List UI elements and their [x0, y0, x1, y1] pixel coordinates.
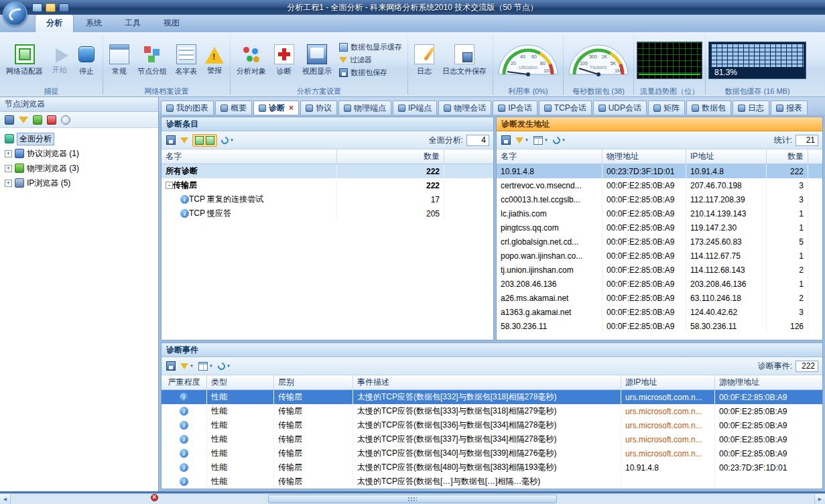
address-row[interactable]: a26.ms.akamai.net 00:0F:E2:85:0B:A9 63.1…	[497, 291, 822, 305]
view-tab[interactable]: 概要 ×	[215, 101, 252, 115]
general-button[interactable]: 常规	[106, 42, 133, 79]
filter-button[interactable]: 过滤器	[339, 55, 402, 65]
columns-button[interactable]	[198, 361, 214, 371]
network-adapter-button[interactable]: 网络适配器	[3, 42, 46, 79]
address-row[interactable]: a1363.g.akamai.net 00:0F:E2:85:0B:A9 124…	[497, 305, 822, 319]
column-name[interactable]: 名字	[497, 149, 602, 164]
tree-item[interactable]: 全面分析	[0, 131, 158, 146]
view-tab[interactable]: 我的图表 ×	[161, 101, 214, 115]
view-tab[interactable]: 矩阵 ×	[648, 101, 685, 115]
scroll-right-arrow[interactable]: ▶	[814, 494, 825, 504]
view-tab[interactable]: 协议 ×	[300, 101, 337, 115]
filter-button[interactable]	[515, 137, 529, 144]
view-tab[interactable]: UDP会话 ×	[593, 101, 647, 115]
alarm-button[interactable]: 警报	[202, 42, 227, 78]
address-row[interactable]: lc.jiathis.com 00:0F:E2:85:0B:A9 210.14.…	[497, 206, 822, 220]
view-display-button[interactable]: 视图显示	[299, 42, 335, 79]
address-row[interactable]: 58.30.236.11 00:0F:E2:85:0B:A9 58.30.236…	[497, 319, 822, 333]
tree-item[interactable]: + IP浏览器 (5)	[0, 176, 158, 190]
log-file-save-button[interactable]: 日志文件保存	[439, 42, 490, 79]
save-project-icon[interactable]	[59, 3, 69, 12]
view-tab[interactable]: IP会话 ×	[493, 101, 537, 115]
ribbon-tab[interactable]: 视图	[153, 15, 190, 32]
refresh-button[interactable]	[220, 136, 235, 145]
filter-button[interactable]	[180, 363, 194, 370]
event-row[interactable]: 性能 传输层 太慢的TCP应答(数据包[340]与数据包[339]相隔276毫秒…	[162, 446, 822, 460]
diagnosis-item-row[interactable]: TCP 慢应答 205	[162, 206, 493, 220]
event-row[interactable]: 性能 传输层 太慢的TCP应答(数据包[336]与数据包[334]相隔278毫秒…	[162, 418, 822, 432]
filter-button[interactable]	[180, 137, 189, 144]
add-node-icon[interactable]	[33, 115, 42, 125]
search-icon[interactable]	[61, 115, 70, 125]
column-mac[interactable]: 物理地址	[602, 149, 686, 164]
column-ip[interactable]: IP地址	[686, 149, 767, 164]
log-button[interactable]: 日志	[411, 42, 438, 79]
column-count[interactable]: 数量	[767, 149, 808, 164]
column-count[interactable]: 数量	[337, 149, 444, 164]
save-icon[interactable]	[5, 115, 14, 125]
column-name[interactable]: 名字	[162, 149, 337, 164]
horizontal-scrollbar[interactable]: ◀ ▶	[0, 493, 825, 504]
packet-display-buffer-button[interactable]: 数据包显示缓存	[339, 42, 402, 52]
address-row[interactable]: pingtcss.qq.com 00:0F:E2:85:0B:A9 119.14…	[497, 220, 822, 235]
delete-node-icon[interactable]	[47, 115, 56, 125]
diagnosis-item-row[interactable]: TCP 重复的连接尝试 17	[162, 192, 493, 206]
scrollbar-thumb[interactable]	[268, 495, 558, 503]
tree-item[interactable]: + 协议浏览器 (1)	[0, 146, 158, 161]
column-layer[interactable]: 层别	[274, 375, 353, 389]
view-tab[interactable]: 物理端点 ×	[338, 101, 391, 115]
ribbon-tab[interactable]: 系统	[75, 15, 113, 32]
view-tab[interactable]: 物理会话 ×	[438, 101, 491, 115]
refresh-button[interactable]	[552, 136, 566, 145]
ribbon-tab[interactable]: 分析	[35, 14, 74, 32]
event-row[interactable]: 性能 传输层 太慢的TCP应答(数据包[…]与数据包[…]相隔…毫秒)	[162, 475, 822, 489]
start-button[interactable]: 开始	[48, 43, 72, 78]
address-row[interactable]: 10.91.4.8 00:23:7D:3F:1D:01 10.91.4.8 22…	[497, 164, 822, 178]
traffic-trend-chart[interactable]	[637, 42, 702, 79]
save-button[interactable]	[166, 135, 176, 145]
address-row[interactable]: crl.globalsign.net.cd... 00:0F:E2:85:0B:…	[497, 235, 822, 249]
event-row[interactable]: 性能 传输层 太慢的TCP应答(数据包[480]与数据包[383]相隔193毫秒…	[162, 460, 822, 475]
tree-expander-icon[interactable]: +	[5, 180, 12, 187]
stop-button[interactable]: 停止	[73, 42, 100, 79]
address-row[interactable]: certrevoc.vo.msecnd... 00:0F:E2:85:0B:A9…	[497, 178, 822, 192]
columns-button[interactable]	[533, 135, 549, 145]
save-button[interactable]	[501, 135, 511, 145]
ribbon-tab[interactable]: 工具	[114, 15, 151, 32]
address-row[interactable]: 203.208.46.136 00:0F:E2:85:0B:A9 203.208…	[497, 277, 822, 291]
column-type[interactable]: 类型	[207, 375, 274, 389]
app-logo[interactable]	[3, 1, 27, 26]
diagnosis-button[interactable]: 诊断	[271, 42, 298, 79]
open-project-icon[interactable]	[46, 3, 56, 12]
view-tab[interactable]: 报表 ×	[771, 101, 808, 115]
column-source-ip[interactable]: 源IP地址	[621, 375, 715, 389]
column-description[interactable]: 事件描述	[353, 375, 621, 389]
view-tab[interactable]: IP端点 ×	[393, 101, 437, 115]
node-group-button[interactable]: 节点分组	[134, 42, 170, 79]
view-tab[interactable]: 数据包 ×	[686, 101, 731, 115]
row-expander-icon[interactable]: -	[166, 182, 173, 189]
filter-icon[interactable]	[19, 117, 28, 123]
packet-buffer-meter[interactable]: 81.3%	[708, 42, 806, 79]
tree-expander-icon[interactable]: +	[5, 150, 12, 158]
name-table-button[interactable]: 名字表	[172, 42, 200, 79]
column-source-mac[interactable]: 源物理地址	[715, 375, 822, 389]
column-severity[interactable]: 严重程度	[162, 375, 207, 389]
system-menu-icon[interactable]	[32, 3, 42, 12]
view-tab[interactable]: 日志 ×	[733, 101, 769, 115]
address-row[interactable]: tj.union.ijinshan.com 00:0F:E2:85:0B:A9 …	[497, 263, 822, 277]
address-row[interactable]: cc00013.h.tel.ccgslb... 00:0F:E2:85:0B:A…	[497, 192, 822, 206]
view-tab[interactable]: 诊断 ×	[253, 101, 299, 115]
scrollbar-track[interactable]	[11, 494, 814, 504]
refresh-button[interactable]	[217, 362, 231, 371]
event-row[interactable]: 性能 传输层 太慢的TCP应答(数据包[337]与数据包[334]相隔278毫秒…	[162, 432, 822, 446]
close-tab-icon[interactable]: ×	[289, 103, 294, 113]
tree-item[interactable]: + 物理浏览器 (3)	[0, 161, 158, 176]
analysis-objects-button[interactable]: 分析对象	[233, 42, 269, 79]
view-tab[interactable]: TCP会话 ×	[539, 101, 592, 115]
address-row[interactable]: popo.wan.ijinshan.co... 00:0F:E2:85:0B:A…	[497, 249, 822, 263]
event-row[interactable]: 性能 传输层 太慢的TCP应答(数据包[333]与数据包[318]相隔279毫秒…	[162, 404, 822, 418]
event-row[interactable]: 性能 传输层 太慢的TCP应答(数据包[332]与数据包[318]相隔278毫秒…	[162, 390, 822, 404]
diagnosis-item-row[interactable]: - 传输层 222	[162, 178, 493, 192]
pane-layout-toggle[interactable]	[192, 134, 217, 147]
